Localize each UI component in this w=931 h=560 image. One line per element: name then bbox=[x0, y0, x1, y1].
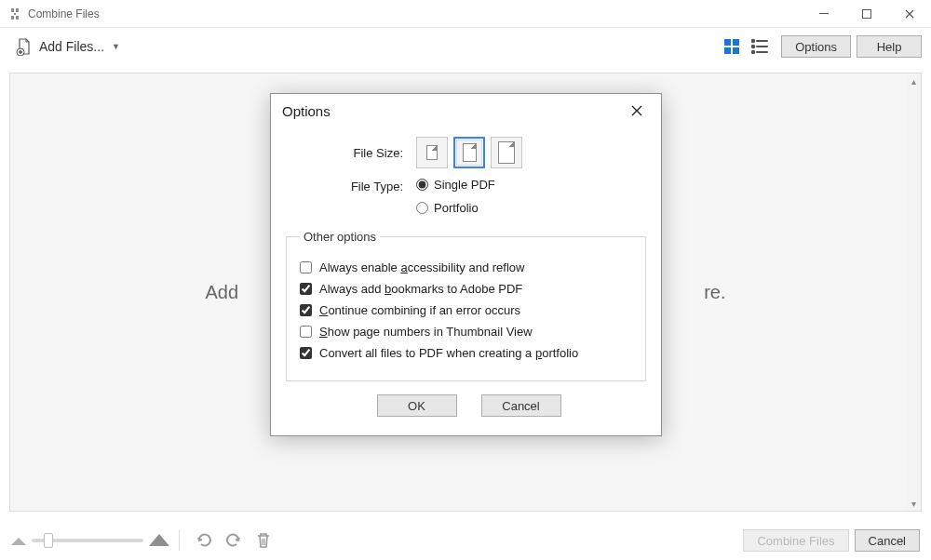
checkbox-bookmarks[interactable]: Always add bookmarks to Adobe PDF bbox=[300, 282, 632, 296]
checkbox-accessibility-label: Always enable accessibility and reflow bbox=[319, 260, 524, 274]
svg-rect-1 bbox=[863, 9, 871, 18]
svg-rect-6 bbox=[733, 47, 739, 54]
window-title: Combine Files bbox=[28, 7, 100, 20]
undo-button[interactable] bbox=[193, 529, 215, 552]
redo-button[interactable] bbox=[223, 529, 245, 552]
file-size-large-button[interactable] bbox=[491, 137, 522, 168]
checkbox-continue-on-error[interactable]: Continue combining if an error occurs bbox=[300, 303, 632, 317]
dialog-titlebar: Options bbox=[271, 94, 661, 127]
scroll-down-icon[interactable]: ▾ bbox=[906, 496, 921, 511]
checkbox-show-page-numbers[interactable]: Show page numbers in Thumbnail View bbox=[300, 325, 632, 339]
zoom-slider-group bbox=[11, 531, 169, 550]
file-size-small-button[interactable] bbox=[416, 137, 448, 168]
radio-single-pdf[interactable]: Single PDF bbox=[416, 178, 495, 192]
close-icon bbox=[631, 105, 642, 116]
other-options-legend: Other options bbox=[300, 230, 380, 244]
dialog-ok-button[interactable]: OK bbox=[377, 394, 457, 417]
main-toolbar: Add Files... ▼ Options Help bbox=[0, 28, 931, 65]
delete-button[interactable] bbox=[252, 529, 275, 552]
svg-rect-0 bbox=[819, 13, 829, 14]
checkbox-convert-to-pdf[interactable]: Convert all files to PDF when creating a… bbox=[300, 346, 632, 360]
vertical-scrollbar[interactable]: ▴ ▾ bbox=[906, 73, 921, 511]
separator bbox=[179, 530, 180, 551]
file-size-default-button[interactable] bbox=[453, 137, 485, 168]
zoom-slider[interactable] bbox=[32, 539, 143, 542]
thumbnail-view-button[interactable] bbox=[720, 34, 744, 59]
svg-point-7 bbox=[752, 40, 755, 43]
zoom-slider-thumb[interactable] bbox=[44, 533, 53, 548]
file-size-label: File Size: bbox=[286, 146, 416, 160]
checkbox-accessibility[interactable]: Always enable accessibility and reflow bbox=[300, 260, 632, 274]
dialog-cancel-button[interactable]: Cancel bbox=[481, 394, 561, 417]
dialog-close-button[interactable] bbox=[624, 98, 650, 124]
list-view-button[interactable] bbox=[748, 34, 772, 59]
checkbox-convert-label: Convert all files to PDF when creating a… bbox=[319, 346, 578, 360]
zoom-out-icon[interactable] bbox=[11, 532, 26, 549]
checkbox-pagenums-label: Show page numbers in Thumbnail View bbox=[319, 325, 533, 339]
zoom-in-icon[interactable] bbox=[149, 531, 169, 550]
window-minimize-button[interactable] bbox=[803, 0, 845, 28]
add-file-icon bbox=[15, 37, 34, 56]
file-size-group bbox=[416, 137, 522, 168]
options-dialog: Options File Size: File Type: Single PDF… bbox=[270, 93, 662, 436]
add-files-dropdown[interactable]: Add Files... ▼ bbox=[9, 34, 126, 59]
scroll-up-icon[interactable]: ▴ bbox=[906, 73, 921, 88]
options-button[interactable]: Options bbox=[781, 35, 851, 58]
bottom-toolbar: Combine Files Cancel bbox=[0, 521, 931, 560]
combine-files-button: Combine Files bbox=[743, 529, 848, 552]
radio-portfolio[interactable]: Portfolio bbox=[416, 201, 495, 215]
window-close-button[interactable] bbox=[888, 0, 931, 28]
svg-rect-5 bbox=[724, 47, 731, 54]
cancel-button[interactable]: Cancel bbox=[855, 529, 920, 552]
checkbox-bookmarks-label: Always add bookmarks to Adobe PDF bbox=[319, 282, 522, 296]
window-titlebar: Combine Files bbox=[0, 0, 931, 28]
svg-rect-4 bbox=[733, 39, 739, 46]
help-button[interactable]: Help bbox=[857, 35, 922, 58]
svg-point-9 bbox=[752, 46, 755, 48]
checkbox-continue-label: Continue combining if an error occurs bbox=[319, 303, 520, 317]
app-icon bbox=[7, 7, 22, 21]
svg-point-11 bbox=[752, 51, 755, 54]
file-type-label: File Type: bbox=[286, 178, 416, 193]
chevron-down-icon: ▼ bbox=[112, 42, 120, 51]
svg-rect-3 bbox=[724, 39, 731, 46]
dialog-title: Options bbox=[282, 103, 331, 119]
add-files-label: Add Files... bbox=[39, 39, 104, 54]
other-options-group: Other options Always enable accessibilit… bbox=[286, 230, 646, 381]
window-maximize-button[interactable] bbox=[845, 0, 888, 28]
